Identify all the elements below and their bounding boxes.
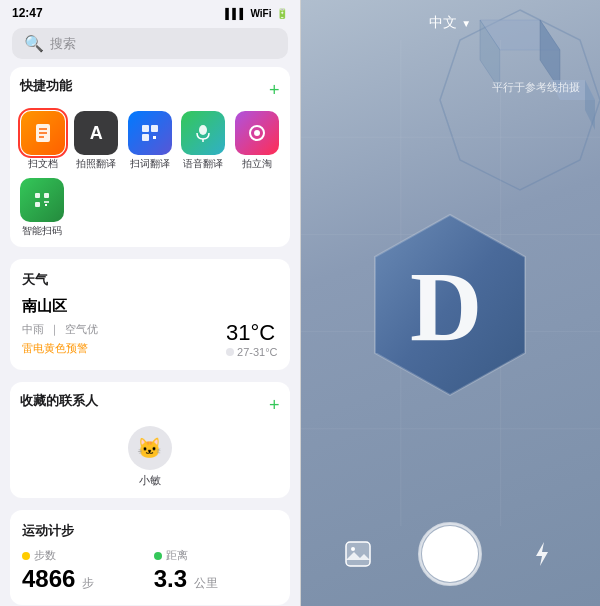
lang-text: 中文 bbox=[429, 14, 457, 32]
quick-functions-title: 快捷功能 bbox=[20, 77, 72, 95]
quick-grid: 扫文档 A 拍照翻译 bbox=[20, 111, 280, 170]
search-placeholder: 搜索 bbox=[50, 35, 76, 53]
gallery-button[interactable] bbox=[342, 538, 374, 570]
hexagon-container: D bbox=[365, 210, 535, 404]
camera-hint: 平行于参考线拍摄 bbox=[492, 80, 580, 95]
contact-avatar: 🐱 bbox=[128, 426, 172, 470]
steps-grid: 步数 4866 步 距离 3.3 公里 bbox=[22, 548, 278, 593]
quick-functions-section: 快捷功能 + 扫文档 bbox=[10, 67, 290, 247]
steps-distance-label: 距离 bbox=[154, 548, 278, 563]
3d-shapes-svg bbox=[400, 0, 600, 220]
contacts-section: 收藏的联系人 + 🐱 小敏 bbox=[10, 382, 290, 498]
voice-translate-icon bbox=[181, 111, 225, 155]
right-panel: 中文 ▼ 平行于参考线拍摄 D bbox=[301, 0, 601, 606]
svg-text:D: D bbox=[410, 251, 482, 362]
quick-functions-add[interactable]: + bbox=[269, 80, 280, 101]
scan-translate-icon bbox=[128, 111, 172, 155]
gallery-icon bbox=[344, 540, 372, 568]
svg-rect-12 bbox=[35, 193, 40, 198]
lang-bar: 中文 ▼ bbox=[301, 14, 601, 32]
steps-title: 运动计步 bbox=[22, 522, 278, 540]
status-bar: 12:47 ▌▌▌ WiFi 🔋 bbox=[0, 0, 300, 24]
steps-count-value: 4866 步 bbox=[22, 565, 146, 593]
contacts-title: 收藏的联系人 bbox=[20, 392, 98, 410]
status-time: 12:47 bbox=[12, 6, 43, 20]
quick-functions-header: 快捷功能 + bbox=[20, 77, 280, 103]
scan-translate-label: 扫词翻译 bbox=[130, 158, 170, 170]
quick-item-taobao[interactable]: 拍立淘 bbox=[234, 111, 280, 170]
contacts-header: 收藏的联系人 + bbox=[20, 392, 280, 418]
battery-icon: 🔋 bbox=[276, 8, 288, 19]
hexagon-svg: D bbox=[365, 210, 535, 400]
weather-range: 27-31°C bbox=[226, 346, 277, 358]
smart-scan-label: 智能扫码 bbox=[22, 225, 62, 237]
weather-alert: 雷电黄色预警 bbox=[22, 341, 98, 356]
contact-item-xiaomin[interactable]: 🐱 小敏 bbox=[20, 426, 280, 488]
svg-rect-7 bbox=[153, 136, 156, 139]
left-panel: 12:47 ▌▌▌ WiFi 🔋 🔍 搜索 快捷功能 + bbox=[0, 0, 300, 606]
steps-count-label: 步数 bbox=[22, 548, 146, 563]
weather-title: 天气 bbox=[22, 271, 278, 289]
search-icon: 🔍 bbox=[24, 34, 44, 53]
camera-controls bbox=[301, 522, 601, 586]
weather-temp: 31°C bbox=[226, 320, 277, 346]
voice-translate-label: 语音翻译 bbox=[183, 158, 223, 170]
lang-chevron-icon[interactable]: ▼ bbox=[461, 18, 471, 29]
taobao-icon bbox=[235, 111, 279, 155]
signal-icon: ▌▌▌ bbox=[225, 8, 246, 19]
3d-shapes-area bbox=[400, 0, 600, 220]
svg-marker-22 bbox=[585, 80, 595, 130]
quick-item-smart-scan[interactable]: 智能扫码 bbox=[20, 178, 64, 237]
svg-point-11 bbox=[254, 130, 260, 136]
svg-rect-14 bbox=[35, 202, 40, 207]
svg-rect-5 bbox=[151, 125, 158, 132]
shutter-inner bbox=[422, 526, 478, 582]
svg-rect-4 bbox=[142, 125, 149, 132]
steps-section: 运动计步 步数 4866 步 距离 bbox=[10, 510, 290, 605]
cloud-icon bbox=[226, 348, 234, 356]
steps-item-distance: 距离 3.3 公里 bbox=[154, 548, 278, 593]
contact-name: 小敏 bbox=[139, 473, 161, 488]
weather-city: 南山区 bbox=[22, 297, 278, 316]
steps-dot-green bbox=[154, 552, 162, 560]
svg-rect-15 bbox=[45, 204, 47, 206]
weather-left: 中雨 ｜ 空气优 雷电黄色预警 bbox=[22, 320, 98, 356]
svg-point-32 bbox=[351, 547, 355, 551]
quick-row-2: 智能扫码 bbox=[20, 178, 280, 237]
content-area: 快捷功能 + 扫文档 bbox=[0, 67, 300, 606]
contacts-add[interactable]: + bbox=[269, 395, 280, 416]
svg-rect-31 bbox=[346, 542, 370, 566]
svg-rect-6 bbox=[142, 134, 149, 141]
shutter-outer bbox=[418, 522, 482, 586]
search-bar[interactable]: 🔍 搜索 bbox=[12, 28, 288, 59]
shutter-button[interactable] bbox=[418, 522, 482, 586]
weather-right: 31°C 27-31°C bbox=[226, 320, 277, 358]
scan-doc-icon bbox=[21, 111, 65, 155]
photo-translate-icon: A bbox=[74, 111, 118, 155]
scan-doc-label: 扫文档 bbox=[28, 158, 58, 170]
weather-main: 中雨 ｜ 空气优 雷电黄色预警 31°C 27-31°C bbox=[22, 320, 278, 358]
wifi-icon: WiFi bbox=[250, 8, 271, 19]
status-icons: ▌▌▌ WiFi 🔋 bbox=[225, 8, 287, 19]
weather-desc: 中雨 ｜ 空气优 bbox=[22, 322, 98, 337]
svg-rect-13 bbox=[44, 193, 49, 198]
steps-dot-yellow bbox=[22, 552, 30, 560]
quick-item-scan-doc[interactable]: 扫文档 bbox=[20, 111, 66, 170]
flash-button[interactable] bbox=[526, 538, 558, 570]
taobao-label: 拍立淘 bbox=[242, 158, 272, 170]
quick-item-scan-translate[interactable]: 扫词翻译 bbox=[127, 111, 173, 170]
smart-scan-icon bbox=[20, 178, 64, 222]
steps-distance-value: 3.3 公里 bbox=[154, 565, 278, 593]
svg-marker-34 bbox=[536, 542, 548, 566]
svg-point-8 bbox=[199, 125, 207, 135]
flash-icon bbox=[528, 540, 556, 568]
photo-translate-label: 拍照翻译 bbox=[76, 158, 116, 170]
quick-item-voice-translate[interactable]: 语音翻译 bbox=[181, 111, 227, 170]
weather-section: 天气 南山区 中雨 ｜ 空气优 雷电黄色预警 31°C 27-31°C bbox=[10, 259, 290, 370]
quick-item-photo-translate[interactable]: A 拍照翻译 bbox=[74, 111, 120, 170]
steps-item-count: 步数 4866 步 bbox=[22, 548, 146, 593]
